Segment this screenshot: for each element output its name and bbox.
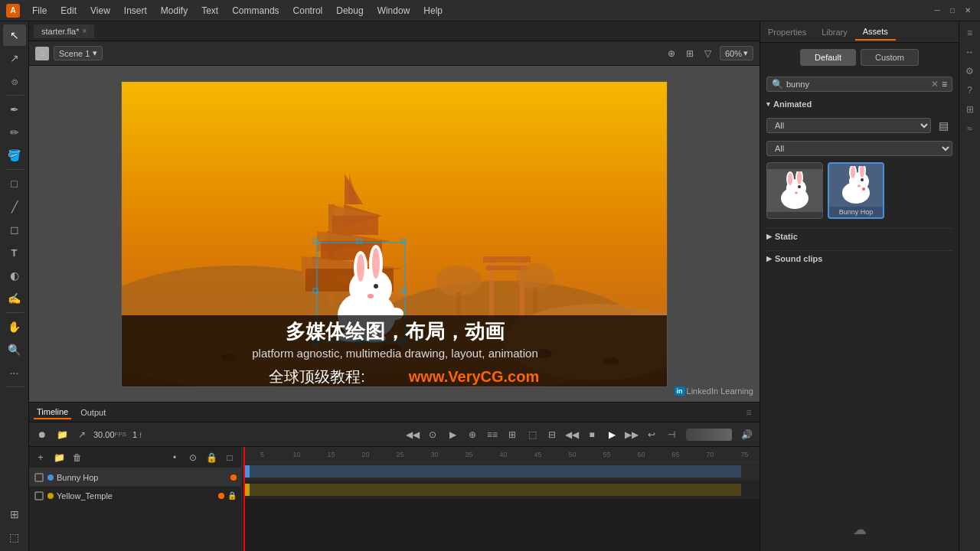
right-icon-5[interactable]: ≈ [962,120,978,137]
zoom-tool[interactable]: 🔍 [3,339,26,360]
tab-properties[interactable]: Properties [760,24,814,40]
ink-tool[interactable]: ✍ [3,288,26,309]
list-view-icon[interactable]: ≡ [942,79,947,90]
layer-tool[interactable]: ⊞ [3,504,26,525]
zoom-control[interactable]: 60% ▾ [720,46,753,60]
menu-modify[interactable]: Modify [155,4,194,18]
loop-btn[interactable]: ⊕ [464,426,481,443]
file-tab[interactable]: starter.fla* × [34,24,94,38]
search-input[interactable] [786,80,928,89]
line-tool[interactable]: ╱ [3,196,26,217]
select-tool[interactable]: ↖ [3,24,26,46]
track-yellow-temple[interactable] [242,481,760,499]
tab-library[interactable]: Library [814,24,855,40]
lock-btn[interactable]: 🔒 [203,449,220,466]
menu-view[interactable]: View [84,4,116,18]
custom-button[interactable]: Custom [861,49,919,66]
timeline-content: + 📁 🗑 • ⊙ 🔒 □ [29,447,760,551]
cloud-icon[interactable]: ☁ [848,520,872,539]
menu-insert[interactable]: Insert [118,4,153,18]
snap-btn[interactable]: ⊞ [504,426,521,443]
default-button[interactable]: Default [800,49,856,66]
lasso-tool[interactable]: ⌾ [3,70,26,92]
zoom-out-btn[interactable]: ▽ [700,45,717,62]
prev-frame-btn[interactable]: ◀◀ [564,426,580,443]
menu-window[interactable]: Window [371,4,416,18]
hand-tool[interactable]: ✋ [3,316,26,337]
minimize-button[interactable]: ─ [931,5,943,17]
waveform-btn[interactable]: 🔊 [738,426,755,443]
stop-btn[interactable]: ■ [583,426,600,443]
step-fwd-btn[interactable]: ▶ [444,426,461,443]
tab-timeline[interactable]: Timeline [34,406,71,419]
clip-view-btn[interactable]: ⊕ [663,45,680,62]
delete-layer-btn[interactable]: 🗑 [69,449,86,466]
static-label: Static [775,232,798,241]
close-button[interactable]: ✕ [962,5,974,17]
filter-select-1[interactable]: All [766,118,931,133]
stage-view-btn[interactable]: ⊞ [681,45,698,62]
menu-debug[interactable]: Debug [330,4,369,18]
right-icon-1[interactable]: ↔ [962,44,978,60]
svg-point-10 [436,266,482,296]
asset-item-bunny-plain[interactable] [766,162,823,219]
right-icon-2[interactable]: ⚙ [962,63,978,80]
right-icon-4[interactable]: ⊞ [962,101,978,118]
layer-btn[interactable]: ⊟ [544,426,560,443]
home-button[interactable]: ⌂ [35,47,49,60]
layer-row-yellow-temple[interactable]: Yellow_Temple 🔒 [29,487,241,505]
subselect-tool[interactable]: ↗ [3,47,26,69]
animated-section-header[interactable]: ▾ Animated [766,98,952,110]
frame-label: f [139,432,142,439]
asset-item-bunny-hop[interactable]: Bunny Hop [828,162,884,219]
tab-output[interactable]: Output [77,406,109,419]
eraser-tool[interactable]: ◻ [3,219,26,240]
scene-selector[interactable]: Scene 1 ▾ [54,46,103,60]
rewind-btn[interactable]: ◀◀ [404,426,421,443]
svg-rect-17 [332,216,378,235]
layer-row-bunny-hop[interactable]: Bunny Hop [29,468,241,487]
soundclips-section-header[interactable]: ▶ Sound clips [766,250,952,266]
right-icon-3[interactable]: ? [962,82,978,99]
new-layer-btn[interactable]: ⏺ [34,426,51,443]
filter-icon[interactable]: ▤ [934,116,952,135]
add-folder-btn[interactable]: 📁 [51,449,67,466]
camera-tool[interactable]: ⬚ [3,527,26,548]
right-icon-0[interactable]: ≡ [962,24,978,41]
play-loop-btn[interactable]: ▶▶ [623,426,640,443]
rectangle-tool[interactable]: □ [3,173,26,194]
text-tool[interactable]: T [3,242,26,263]
export-btn[interactable]: ↗ [74,426,90,443]
prev-keyframe-btn[interactable]: ⊣ [663,426,680,443]
volume-slider[interactable] [686,429,732,441]
search-clear-button[interactable]: ✕ [931,79,939,90]
menu-file[interactable]: File [26,4,53,18]
tab-close-button[interactable]: × [83,27,87,35]
folder-btn[interactable]: 📁 [54,426,70,443]
visible-btn[interactable]: ⊙ [185,449,201,466]
filter-select-2[interactable]: All [766,141,952,156]
menu-help[interactable]: Help [417,4,449,18]
static-section-header[interactable]: ▶ Static [766,228,952,244]
track-bunny-hop[interactable] [242,462,760,481]
step-back-btn[interactable]: ⊙ [424,426,441,443]
tab-assets[interactable]: Assets [855,24,896,41]
outline-btn[interactable]: □ [221,449,238,466]
menu-commands[interactable]: Commands [226,4,285,18]
menu-text[interactable]: Text [195,4,224,18]
timeline-collapse-btn[interactable]: ≡ [743,406,755,419]
gradient-tool[interactable]: ◐ [3,265,26,286]
maximize-button[interactable]: □ [946,5,959,17]
brush-tool[interactable]: ✏ [3,122,26,143]
paint-bucket-tool[interactable]: 🪣 [3,145,26,166]
menu-control[interactable]: Control [287,4,329,18]
reverse-btn[interactable]: ↩ [643,426,660,443]
solo-btn[interactable]: • [166,449,183,466]
add-layer-btn[interactable]: + [32,449,49,466]
pen-tool[interactable]: ✒ [3,99,26,120]
ease-btn[interactable]: ≡≡ [484,426,501,443]
onion-btn[interactable]: ⬚ [524,426,541,443]
play-btn[interactable]: ▶ [603,426,620,443]
menu-edit[interactable]: Edit [54,4,83,18]
more-tools[interactable]: ··· [3,362,26,383]
